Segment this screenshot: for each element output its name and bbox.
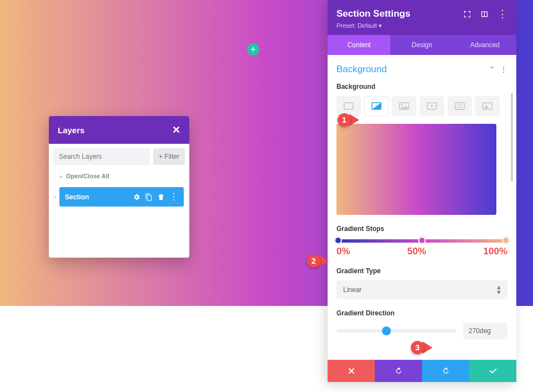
check-icon xyxy=(489,366,497,375)
plus-icon: + xyxy=(250,44,255,54)
layers-panel: Layers ✕ + Filter ▸ Open/Close All ▸ Sec… xyxy=(49,116,189,258)
tab-advanced[interactable]: Advanced xyxy=(454,35,516,55)
svg-point-10 xyxy=(459,107,460,108)
cancel-button[interactable] xyxy=(328,360,375,382)
settings-body: Background ⌃ ⋮ Background Gradient Stops… xyxy=(328,55,516,360)
callout-badge: 2 xyxy=(307,254,320,268)
search-layers-input[interactable] xyxy=(53,148,150,165)
columns-icon[interactable] xyxy=(480,10,489,18)
redo-button[interactable] xyxy=(422,360,469,382)
settings-header: Section Settings ⋮ Preset: Default ▾ xyxy=(328,0,516,35)
close-icon xyxy=(347,366,356,375)
stop-label-50: 50% xyxy=(408,246,426,257)
direction-slider[interactable] xyxy=(336,329,456,333)
callout-1: 1 xyxy=(338,113,359,127)
layers-title: Layers xyxy=(58,125,84,135)
bg-type-gradient[interactable] xyxy=(364,96,389,116)
scrollbar[interactable] xyxy=(511,93,513,182)
undo-button[interactable] xyxy=(375,360,422,382)
direction-slider-thumb[interactable] xyxy=(382,326,391,335)
bg-type-mask[interactable] xyxy=(475,96,500,116)
callout-3: 3 xyxy=(411,341,433,354)
gradient-direction-label: Gradient Direction xyxy=(336,309,507,317)
gradient-stops-label: Gradient Stops xyxy=(336,225,507,233)
settings-panel: Section Settings ⋮ Preset: Default ▾ Con… xyxy=(328,0,516,382)
trash-icon[interactable] xyxy=(157,193,165,201)
duplicate-icon[interactable] xyxy=(145,193,153,201)
gradient-stop-100[interactable] xyxy=(502,237,510,244)
filter-button[interactable]: + Filter xyxy=(153,148,185,165)
bg-type-pattern[interactable] xyxy=(447,96,472,116)
preset-selector[interactable]: Preset: Default ▾ xyxy=(336,22,507,29)
undo-icon xyxy=(394,366,403,375)
callout-2: 2 xyxy=(307,254,329,268)
caret-right-icon: ▸ xyxy=(60,173,63,179)
gradient-type-select-wrap: ▲▼ xyxy=(336,280,507,299)
svg-rect-12 xyxy=(483,103,492,109)
header-icon-group: ⋮ xyxy=(463,8,507,20)
gradient-stop-0[interactable] xyxy=(334,237,342,244)
tab-content[interactable]: Content xyxy=(328,35,390,55)
stop-label-0: 0% xyxy=(336,246,350,257)
focus-icon[interactable] xyxy=(463,10,471,18)
gradient-type-select[interactable] xyxy=(336,280,507,299)
gradient-stop-labels: 0% 50% 100% xyxy=(336,246,507,257)
layer-item-section[interactable]: Section ⋮ xyxy=(59,187,184,207)
more-icon[interactable]: ⋮ xyxy=(500,65,507,74)
gradient-stop-50[interactable] xyxy=(418,237,426,244)
more-icon[interactable]: ⋮ xyxy=(497,8,507,20)
layers-toolbar: + Filter xyxy=(49,144,189,165)
svg-point-8 xyxy=(461,104,462,105)
tab-design[interactable]: Design xyxy=(390,35,453,55)
settings-footer xyxy=(328,360,516,382)
svg-point-6 xyxy=(457,104,458,105)
gear-icon[interactable] xyxy=(133,193,140,201)
background-label: Background xyxy=(336,83,507,91)
svg-point-9 xyxy=(457,107,458,108)
layer-item-label: Section xyxy=(65,193,128,201)
chevron-up-icon[interactable]: ⌃ xyxy=(489,65,495,74)
svg-point-11 xyxy=(461,107,462,108)
background-type-tabs xyxy=(336,96,507,116)
gradient-stops-slider[interactable] xyxy=(336,239,507,243)
callout-badge: 1 xyxy=(338,113,351,127)
svg-point-7 xyxy=(459,104,460,105)
bg-type-image[interactable] xyxy=(392,96,416,116)
bg-type-video[interactable] xyxy=(420,96,444,116)
open-close-all[interactable]: ▸ Open/Close All xyxy=(49,165,189,184)
redo-icon xyxy=(441,366,450,375)
settings-title: Section Settings xyxy=(336,8,410,19)
callout-badge: 3 xyxy=(411,341,424,354)
background-section-title: Background xyxy=(336,64,387,75)
settings-tabs: Content Design Advanced xyxy=(328,35,516,55)
save-button[interactable] xyxy=(469,360,516,382)
gradient-preview[interactable] xyxy=(336,124,496,215)
svg-point-3 xyxy=(401,104,403,105)
gradient-direction-row xyxy=(336,323,507,339)
direction-value-input[interactable] xyxy=(463,323,507,339)
select-caret-icon: ▲▼ xyxy=(496,285,502,295)
add-section-button[interactable]: + xyxy=(247,43,259,56)
caret-right-icon[interactable]: ▸ xyxy=(54,194,57,200)
svg-rect-5 xyxy=(455,103,465,109)
more-icon[interactable]: ⋮ xyxy=(169,192,178,202)
layers-header: Layers ✕ xyxy=(49,116,189,144)
background-accordion-header[interactable]: Background ⌃ ⋮ xyxy=(336,64,507,75)
stop-label-100: 100% xyxy=(484,246,507,257)
close-icon[interactable]: ✕ xyxy=(172,124,180,136)
svg-rect-0 xyxy=(344,103,354,109)
gradient-type-label: Gradient Type xyxy=(336,267,507,275)
open-close-label: Open/Close All xyxy=(66,173,109,179)
